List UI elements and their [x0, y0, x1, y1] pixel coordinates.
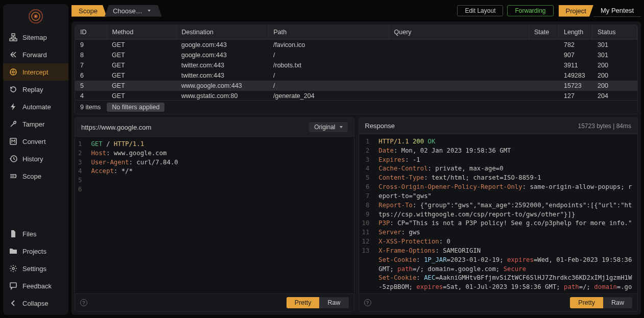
sidebar-item-projects[interactable]: Projects [3, 242, 68, 260]
chevron-down-icon [340, 126, 343, 128]
cell: 7 [75, 60, 107, 70]
forwarding-button[interactable]: Forwarding [507, 5, 553, 16]
scope-icon [9, 172, 17, 180]
sidebar-item-files[interactable]: Files [3, 225, 68, 242]
table-row[interactable]: 5GETwww.google.com:443/15723200 [75, 81, 637, 91]
col-id[interactable]: ID [75, 25, 107, 40]
sidebar-item-scope[interactable]: Scope [3, 167, 68, 185]
cell: 4 [75, 91, 107, 100]
sidebar-item-intercept[interactable]: Intercept [3, 63, 68, 81]
filter-badge[interactable]: No filters applied [107, 103, 164, 112]
sidebar-item-tamper[interactable]: Tamper [3, 115, 68, 133]
col-method[interactable]: Method [107, 25, 176, 40]
view-mode-dropdown[interactable]: Original [309, 122, 347, 132]
col-query[interactable]: Query [389, 25, 529, 40]
sidebar-item-forward[interactable]: Forward [3, 46, 68, 63]
sidebar-item-label: Files [22, 230, 36, 238]
info-icon[interactable]: ? [80, 299, 87, 306]
svg-point-4 [12, 71, 14, 73]
cell [529, 70, 559, 81]
sidebar-item-label: Forward [22, 51, 47, 59]
chevron-left-icon [9, 299, 17, 307]
sidebar-item-settings[interactable]: Settings [3, 260, 68, 277]
table-row[interactable]: 7GETtwitter.com:443/robots.txt3911200 [75, 60, 637, 70]
sidebar-item-collapse[interactable]: Collapse [3, 295, 68, 312]
edit-layout-button[interactable]: Edit Layout [457, 5, 503, 16]
sidebar-item-label: Scope [22, 173, 41, 180]
cell: google.com:443 [176, 50, 268, 60]
svg-rect-8 [10, 283, 16, 287]
cell [529, 81, 559, 91]
col-path[interactable]: Path [268, 25, 389, 40]
replay-icon [9, 85, 17, 93]
tab-choose[interactable]: Choose… [105, 5, 162, 17]
cell: 200 [592, 81, 637, 91]
raw-toggle[interactable]: Raw [603, 297, 632, 308]
cell: 301 [592, 50, 637, 60]
cell: www.google.com:443 [176, 81, 268, 91]
cell: GET [107, 60, 176, 70]
response-pane: Response 15723 bytes | 84ms 123456789101… [359, 117, 638, 312]
sidebar-item-label: Projects [22, 248, 46, 255]
feedback-icon [9, 282, 17, 290]
tamper-icon [9, 120, 17, 128]
raw-toggle[interactable]: Raw [319, 297, 348, 308]
svg-rect-1 [10, 39, 13, 41]
table-header-row: ID Method Destination Path Query State L… [75, 25, 637, 40]
content: ID Method Destination Path Query State L… [71, 21, 641, 315]
sidebar-item-label: Intercept [22, 68, 49, 76]
request-url: https://www.google.com [81, 124, 151, 131]
table-row[interactable]: 6GETtwitter.com:443/149283200 [75, 70, 637, 81]
cell: / [268, 50, 389, 60]
tab-project[interactable]: Project [559, 5, 593, 17]
table-row[interactable]: 9GETgoogle.com:443/favicon.ico782301 [75, 40, 637, 50]
cell: www.gstatic.com:80 [176, 91, 268, 100]
cell [529, 60, 559, 70]
col-state[interactable]: State [529, 25, 559, 40]
col-destination[interactable]: Destination [176, 25, 268, 40]
pretty-toggle[interactable]: Pretty [570, 297, 603, 308]
col-status[interactable]: Status [592, 25, 637, 40]
cell: GET [107, 40, 176, 50]
tab-scope[interactable]: Scope [71, 5, 107, 17]
pretty-toggle[interactable]: Pretty [287, 297, 320, 308]
cell: 204 [592, 91, 637, 100]
cell [389, 91, 529, 100]
table-row[interactable]: 4GETwww.gstatic.com:80/generate_20412720… [75, 91, 637, 100]
cell: 6 [75, 70, 107, 81]
sidebar-item-sitemap[interactable]: Sitemap [3, 29, 68, 46]
cell: /generate_204 [268, 91, 389, 100]
col-length[interactable]: Length [559, 25, 592, 40]
file-icon [9, 230, 17, 238]
cell [389, 81, 529, 91]
cell: 200 [592, 70, 637, 81]
sidebar-item-label: Sitemap [22, 34, 47, 41]
cell: 200 [592, 60, 637, 70]
sidebar-item-automate[interactable]: Automate [3, 98, 68, 115]
cell: GET [107, 91, 176, 100]
sidebar-item-label: Tamper [22, 120, 44, 128]
sidebar-item-replay[interactable]: Replay [3, 81, 68, 98]
automate-icon [9, 103, 17, 111]
tab-pentest[interactable]: My Pentest [593, 5, 641, 17]
request-code-view[interactable]: 123456 GET / HTTP/1.1Host: www.google.co… [75, 137, 354, 293]
sidebar-item-feedback[interactable]: Feedback [3, 277, 68, 295]
forward-icon [9, 51, 17, 59]
response-code-view[interactable]: 12345678910111213 HTTP/1.1 200 OKDate: M… [359, 134, 638, 293]
cell: 5 [75, 81, 107, 91]
cell [389, 50, 529, 60]
svg-rect-0 [12, 34, 15, 36]
app-logo-icon [29, 9, 43, 23]
sidebar-item-history[interactable]: History [3, 150, 68, 167]
request-format-toggle: Pretty Raw [287, 297, 349, 308]
topbar: Scope Choose… Edit Layout Forwarding Pro… [71, 4, 641, 21]
info-icon[interactable]: ? [364, 299, 371, 306]
sidebar-item-convert[interactable]: Convert [3, 133, 68, 150]
table-row[interactable]: 8GETgoogle.com:443/907301 [75, 50, 637, 60]
cell: 9 [75, 40, 107, 50]
cell: GET [107, 70, 176, 81]
svg-rect-2 [14, 39, 17, 41]
sidebar-item-label: Convert [22, 138, 46, 145]
cell: /robots.txt [268, 60, 389, 70]
response-title: Response [365, 122, 395, 130]
